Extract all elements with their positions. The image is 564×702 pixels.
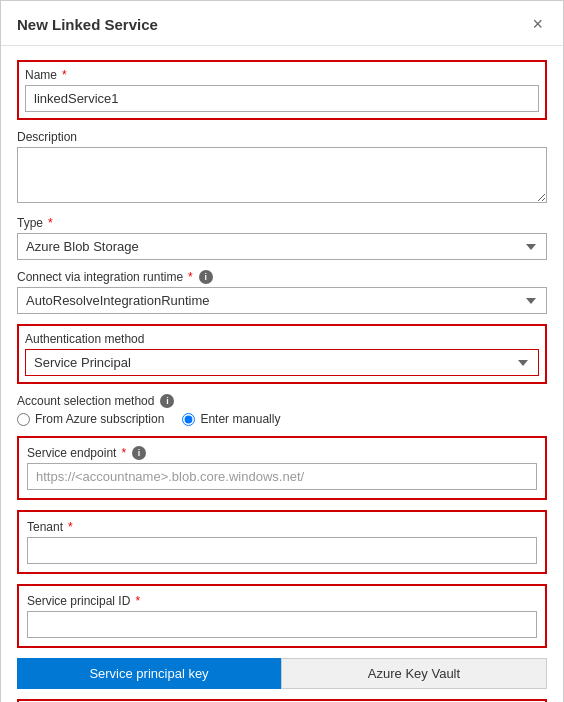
tenant-label: Tenant* bbox=[27, 520, 537, 534]
description-textarea[interactable] bbox=[17, 147, 547, 203]
service-principal-key-tab[interactable]: Service principal key bbox=[17, 658, 281, 689]
name-field-group: Name* bbox=[17, 60, 547, 120]
type-field-group: Type* Azure Blob Storage bbox=[17, 216, 547, 260]
close-button[interactable]: × bbox=[528, 13, 547, 35]
description-field-group: Description bbox=[17, 130, 547, 206]
name-required: * bbox=[62, 68, 67, 82]
from-azure-option[interactable]: From Azure subscription bbox=[17, 412, 164, 426]
key-tabs: Service principal key Azure Key Vault bbox=[17, 658, 547, 689]
auth-method-label: Authentication method bbox=[25, 332, 539, 346]
account-selection-row: From Azure subscription Enter manually bbox=[17, 412, 547, 426]
connect-select[interactable]: AutoResolveIntegrationRuntime bbox=[17, 287, 547, 314]
sp-id-input[interactable] bbox=[27, 611, 537, 638]
enter-manually-option[interactable]: Enter manually bbox=[182, 412, 280, 426]
name-input[interactable] bbox=[25, 85, 539, 112]
account-selection-group: Account selection method i From Azure su… bbox=[17, 394, 547, 426]
from-azure-radio[interactable] bbox=[17, 413, 30, 426]
auth-method-group: Authentication method Service Principal bbox=[17, 324, 547, 384]
type-label: Type* bbox=[17, 216, 547, 230]
sp-id-label: Service principal ID* bbox=[27, 594, 537, 608]
name-label: Name* bbox=[25, 68, 539, 82]
description-label: Description bbox=[17, 130, 547, 144]
new-linked-service-dialog: New Linked Service × Name* Description T… bbox=[0, 0, 564, 702]
service-endpoint-input[interactable] bbox=[27, 463, 537, 490]
tenant-input[interactable] bbox=[27, 537, 537, 564]
auth-method-select[interactable]: Service Principal bbox=[25, 349, 539, 376]
sp-id-group: Service principal ID* bbox=[17, 584, 547, 648]
enter-manually-radio[interactable] bbox=[182, 413, 195, 426]
account-info-icon[interactable]: i bbox=[160, 394, 174, 408]
account-selection-label: Account selection method i bbox=[17, 394, 547, 408]
connect-field-group: Connect via integration runtime* i AutoR… bbox=[17, 270, 547, 314]
dialog-header: New Linked Service × bbox=[1, 1, 563, 46]
azure-key-vault-tab[interactable]: Azure Key Vault bbox=[281, 658, 547, 689]
type-select[interactable]: Azure Blob Storage bbox=[17, 233, 547, 260]
tenant-group: Tenant* bbox=[17, 510, 547, 574]
service-endpoint-group: Service endpoint* i bbox=[17, 436, 547, 500]
connect-label: Connect via integration runtime* i bbox=[17, 270, 547, 284]
connect-info-icon[interactable]: i bbox=[199, 270, 213, 284]
dialog-body: Name* Description Type* Azure Blob Stora… bbox=[1, 46, 563, 702]
service-endpoint-info-icon[interactable]: i bbox=[132, 446, 146, 460]
service-endpoint-label: Service endpoint* i bbox=[27, 446, 537, 460]
dialog-title: New Linked Service bbox=[17, 16, 158, 33]
